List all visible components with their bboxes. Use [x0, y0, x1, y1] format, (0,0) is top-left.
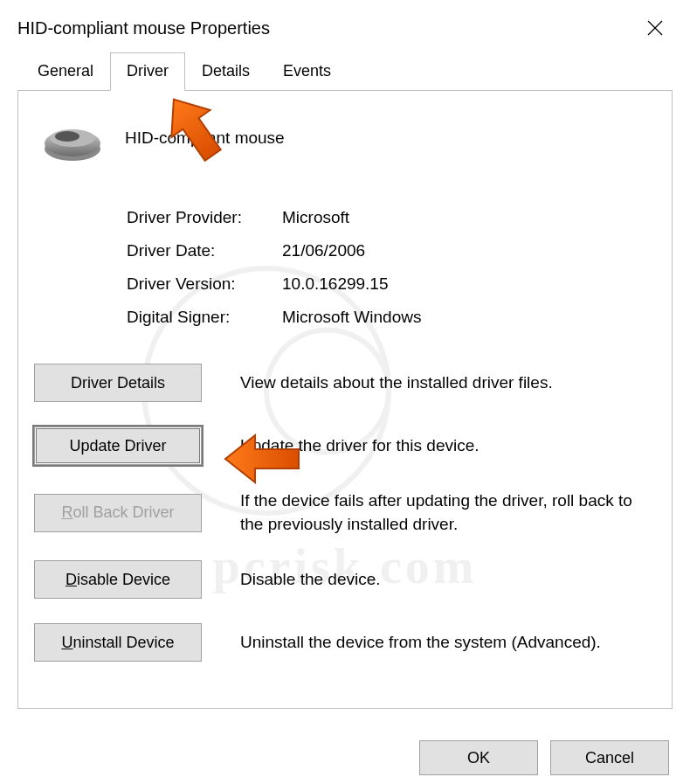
rollback-driver-desc: If the device fails after updating the d… — [240, 489, 656, 536]
driver-details-label: Driver Details — [71, 374, 165, 392]
titlebar: HID-compliant mouse Properties — [0, 0, 690, 52]
signer-label: Digital Signer: — [127, 308, 282, 327]
row-disable-device: Disable Device Disable the device. — [34, 560, 656, 599]
tab-strip: General Driver Details Events — [21, 52, 690, 90]
rollback-driver-label: Roll Back Driver — [61, 503, 174, 522]
version-value: 10.0.16299.15 — [282, 274, 656, 294]
tab-driver[interactable]: Driver — [110, 52, 185, 91]
date-value: 21/06/2006 — [282, 241, 656, 260]
close-icon — [647, 20, 663, 36]
row-rollback-driver: Roll Back Driver If the device fails aft… — [34, 489, 656, 536]
cancel-button[interactable]: Cancel — [550, 740, 669, 775]
uninstall-device-button[interactable]: Uninstall Device — [34, 623, 202, 662]
row-uninstall-device: Uninstall Device Uninstall the device fr… — [34, 623, 656, 662]
date-label: Driver Date: — [127, 241, 282, 260]
ok-button[interactable]: OK — [419, 740, 538, 775]
cancel-label: Cancel — [585, 749, 634, 767]
svg-point-7 — [55, 131, 79, 142]
dialog-window: pcrisk.com HID-compliant mouse Propertie… — [0, 0, 690, 784]
close-button[interactable] — [638, 10, 673, 45]
update-driver-desc: Update the driver for this device. — [240, 434, 656, 458]
row-update-driver: Update Driver Update the driver for this… — [34, 427, 656, 465]
mouse-icon — [41, 112, 104, 164]
rollback-driver-button: Roll Back Driver — [34, 494, 202, 532]
provider-value: Microsoft — [282, 208, 656, 227]
window-title: HID-compliant mouse Properties — [17, 18, 270, 38]
provider-label: Driver Provider: — [127, 208, 282, 227]
uninstall-device-desc: Uninstall the device from the system (Ad… — [240, 631, 656, 655]
uninstall-device-label: Uninstall Device — [61, 634, 174, 652]
ok-label: OK — [467, 749, 490, 767]
driver-panel: HID-compliant mouse Driver Provider: Mic… — [17, 90, 673, 709]
row-driver-details: Driver Details View details about the in… — [34, 364, 656, 402]
dialog-footer: OK Cancel — [419, 740, 669, 775]
tab-events[interactable]: Events — [266, 52, 348, 90]
disable-device-label: Disable Device — [66, 571, 170, 589]
tab-general[interactable]: General — [21, 52, 110, 90]
disable-device-button[interactable]: Disable Device — [34, 560, 202, 599]
update-driver-label: Update Driver — [69, 437, 166, 455]
driver-info: Driver Provider: Microsoft Driver Date: … — [127, 208, 656, 327]
tab-details[interactable]: Details — [185, 52, 266, 90]
version-label: Driver Version: — [127, 274, 282, 294]
driver-details-desc: View details about the installed driver … — [240, 371, 656, 395]
device-header: HID-compliant mouse — [41, 112, 656, 164]
driver-details-button[interactable]: Driver Details — [34, 364, 202, 402]
update-driver-button[interactable]: Update Driver — [34, 427, 202, 465]
disable-device-desc: Disable the device. — [240, 568, 656, 592]
signer-value: Microsoft Windows — [282, 308, 656, 327]
driver-actions: Driver Details View details about the in… — [34, 364, 656, 662]
device-name: HID-compliant mouse — [125, 128, 285, 148]
